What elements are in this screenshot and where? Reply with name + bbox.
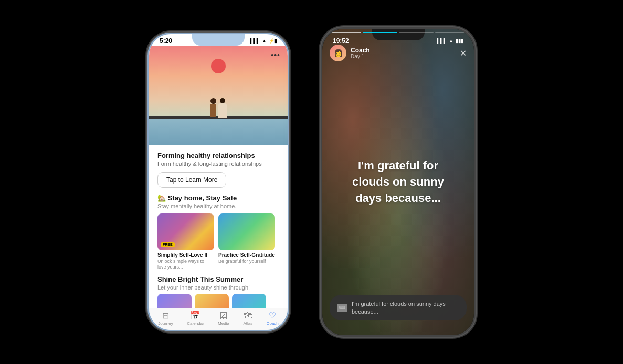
card-self-love-desc: Unlock simple ways to love yours... [157, 259, 214, 270]
journey-label: Journey [158, 321, 173, 326]
left-status-icons: ▌▌▌ ▲ ⚡▮ [250, 38, 277, 44]
card-self-love[interactable]: FREE Simplify Self-Love II Unlock simple… [157, 213, 214, 270]
progress-bar-2 [363, 32, 397, 33]
stay-home-emoji: 🏡 [157, 194, 168, 202]
main-gratitude-text: I'm grateful for clouds on sunny days be… [341, 158, 456, 206]
right-battery-icon: ▮▮▮ [456, 38, 463, 44]
left-content: Forming healthy relationships Form healt… [149, 145, 288, 308]
calendar-icon: 📅 [190, 312, 200, 320]
hero-illustration: ••• [149, 46, 288, 145]
avatar-emoji: 👩 [334, 49, 343, 57]
right-volume-button [474, 81, 476, 96]
progress-bars [322, 32, 474, 34]
right-signal-icon: ▌▌▌ [437, 38, 447, 44]
hero-figures [210, 98, 227, 118]
coach-label: Coach [267, 321, 279, 326]
atlas-icon: 🗺 [244, 312, 252, 320]
coach-avatar: 👩 [330, 45, 346, 61]
coach-name: Coach [351, 47, 370, 53]
journey-icon: ⊟ [162, 312, 169, 320]
volume-down-button [147, 96, 149, 111]
stay-home-section: 🏡 Stay home, Stay Safe Stay mentally hea… [157, 194, 279, 270]
nav-journey[interactable]: ⊟ Journey [158, 312, 173, 326]
card-self-gratitude-image [218, 213, 275, 250]
shine-section: Shine Bright This Summer Let your inner … [157, 275, 279, 308]
more-dots[interactable]: ••• [271, 51, 280, 59]
volume-up-button [147, 76, 149, 91]
right-power-button [321, 81, 322, 108]
card-self-love-image: FREE [157, 213, 214, 250]
hero-water [149, 116, 288, 145]
shine-card-3[interactable] [232, 294, 266, 308]
card-self-gratitude-title: Practice Self-Gratitude [218, 252, 275, 259]
shine-cards [157, 294, 279, 308]
keyboard-icon: ⌨ [337, 304, 347, 312]
shine-title: Shine Bright This Summer [157, 275, 279, 283]
right-phone: 19:52 ▌▌▌ ▲ ▮▮▮ 👩 Coach Day 1 ✕ I'm grat… [321, 27, 476, 337]
wifi-icon: ▲ [262, 38, 267, 44]
left-phone: 5:20 ▌▌▌ ▲ ⚡▮ ••• [147, 33, 289, 331]
card-self-gratitude[interactable]: Practice Self-Gratitude Be grateful for … [218, 213, 275, 270]
input-text[interactable]: I'm grateful for clouds on sunny days be… [352, 300, 459, 315]
nav-coach[interactable]: ♡ Coach [267, 312, 279, 326]
right-status-icons: ▌▌▌ ▲ ▮▮▮ [437, 38, 463, 44]
progress-bar-3 [399, 32, 434, 33]
shine-desc: Let your inner beauty shine through! [157, 284, 279, 291]
nav-calendar[interactable]: 📅 Calendar [187, 312, 204, 326]
left-notch [192, 34, 245, 46]
shine-card-2[interactable] [195, 294, 229, 308]
battery-icon: ⚡▮ [269, 38, 277, 44]
nav-atlas[interactable]: 🗺 Atlas [243, 312, 252, 326]
bottom-nav: ⊟ Journey 📅 Calendar 🖼 Media 🗺 Atlas ♡ C… [149, 308, 288, 330]
figure-2 [218, 98, 227, 118]
left-screen: 5:20 ▌▌▌ ▲ ⚡▮ ••• [149, 34, 288, 330]
right-status-bar: 19:52 ▌▌▌ ▲ ▮▮▮ [322, 34, 474, 46]
card-self-love-title: Simplify Self-Love II [157, 252, 214, 259]
atlas-label: Atlas [243, 321, 252, 326]
stay-home-desc: Stay mentally healthy at home. [157, 203, 279, 209]
close-button[interactable]: ✕ [460, 48, 467, 58]
power-button [288, 87, 289, 113]
coach-day: Day 1 [351, 53, 370, 59]
stay-home-label: 🏡 Stay home, Stay Safe [157, 194, 279, 202]
right-screen: 19:52 ▌▌▌ ▲ ▮▮▮ 👩 Coach Day 1 ✕ I'm grat… [322, 29, 474, 335]
calendar-label: Calendar [187, 321, 204, 326]
cards-row: FREE Simplify Self-Love II Unlock simple… [157, 213, 279, 270]
free-badge: FREE [161, 242, 175, 247]
shine-card-1[interactable] [157, 294, 192, 308]
media-label: Media [218, 321, 229, 326]
hero-sun [211, 59, 226, 73]
right-status-time: 19:52 [333, 37, 349, 45]
section1-subtitle: Form healthy & long-lasting relationship… [157, 160, 279, 167]
coach-header: 👩 Coach Day 1 ✕ [330, 45, 467, 61]
signal-icon: ▌▌▌ [250, 38, 260, 44]
progress-bar-1 [326, 32, 361, 33]
left-status-time: 5:20 [160, 37, 172, 45]
right-wifi-icon: ▲ [449, 38, 453, 44]
section1-title: Forming healthy relationships [157, 152, 279, 159]
coach-text: Coach Day 1 [351, 47, 370, 59]
bottom-input-bar[interactable]: ⌨ I'm grateful for clouds on sunny days … [330, 295, 467, 320]
progress-bar-4 [435, 32, 470, 33]
nav-media[interactable]: 🖼 Media [218, 312, 229, 326]
card-self-gratitude-desc: Be grateful for yourself [218, 259, 275, 264]
coach-info: 👩 Coach Day 1 [330, 45, 370, 61]
tap-to-learn-more-button[interactable]: Tap to Learn More [157, 172, 226, 188]
media-icon: 🖼 [219, 312, 228, 320]
coach-icon: ♡ [269, 312, 276, 320]
figure-1 [210, 98, 216, 118]
